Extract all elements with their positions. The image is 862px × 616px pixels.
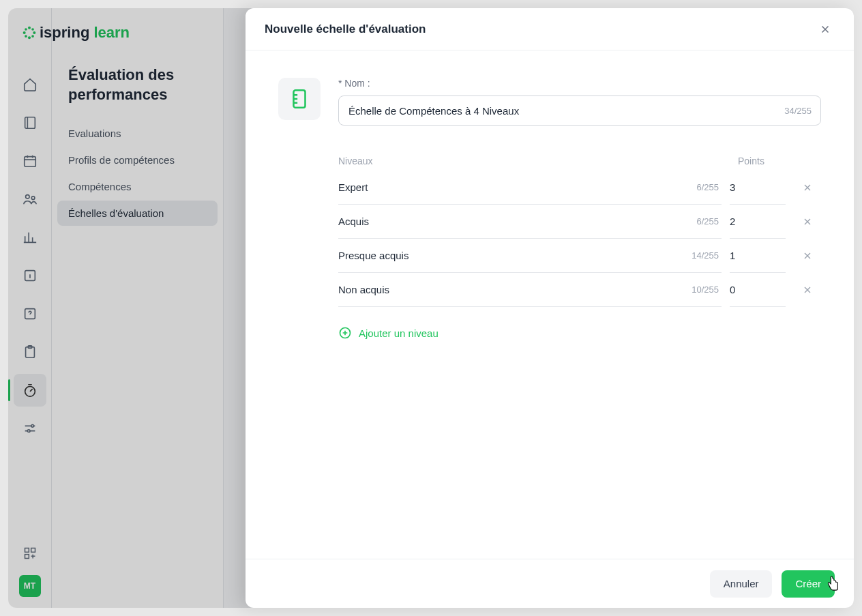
delete-level-button[interactable] <box>794 284 821 295</box>
close-button[interactable] <box>816 20 835 39</box>
level-char-count: 14/255 <box>692 250 722 261</box>
level-name-input[interactable] <box>338 284 692 295</box>
level-name-input[interactable] <box>338 181 696 193</box>
modal-title: Nouvelle échelle d'évaluation <box>265 23 426 36</box>
close-icon <box>802 182 813 193</box>
delete-level-button[interactable] <box>794 216 821 227</box>
points-column-header: Points <box>738 156 794 166</box>
delete-level-button[interactable] <box>794 182 821 193</box>
level-name-input[interactable] <box>338 216 696 227</box>
name-char-count: 34/255 <box>784 106 812 116</box>
level-points-input[interactable] <box>730 216 786 227</box>
add-level-button[interactable]: Ajouter un niveau <box>338 326 821 340</box>
plus-circle-icon <box>338 326 352 340</box>
level-row: 14/255 <box>338 239 821 273</box>
cancel-button[interactable]: Annuler <box>710 570 773 598</box>
close-icon <box>819 23 831 35</box>
add-level-label: Ajouter un niveau <box>359 327 439 339</box>
level-char-count: 6/255 <box>696 216 722 226</box>
levels-column-header: Niveaux <box>338 156 738 166</box>
level-points-input[interactable] <box>730 250 786 261</box>
ruler-icon <box>278 78 321 120</box>
level-row: 6/255 <box>338 205 821 239</box>
level-row: 10/255 <box>338 273 821 307</box>
level-name-input[interactable] <box>338 250 692 261</box>
level-points-input[interactable] <box>730 284 786 295</box>
level-row: 6/255 <box>338 171 821 205</box>
level-char-count: 6/255 <box>696 182 722 192</box>
level-points-input[interactable] <box>730 181 786 193</box>
close-icon <box>802 250 813 261</box>
delete-level-button[interactable] <box>794 250 821 261</box>
close-icon <box>802 284 813 295</box>
close-icon <box>802 216 813 227</box>
level-char-count: 10/255 <box>692 284 722 295</box>
new-scale-modal: Nouvelle échelle d'évaluation * Nom : 34… <box>246 8 854 608</box>
name-input[interactable] <box>338 96 821 126</box>
name-label: * Nom : <box>338 78 821 89</box>
create-button[interactable]: Créer <box>782 570 835 598</box>
